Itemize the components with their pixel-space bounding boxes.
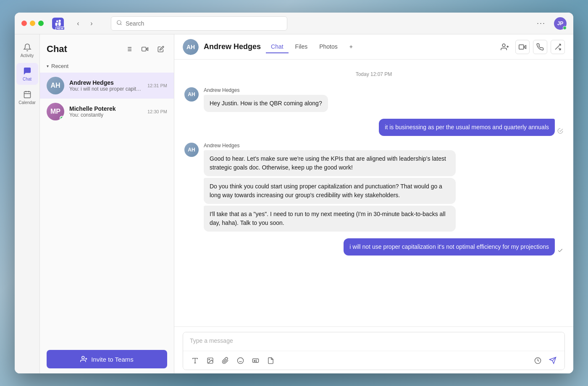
andrew-hedges-name: Andrew Hedges [69, 79, 142, 86]
msg4-status-icon [557, 248, 563, 255]
video-call-header-button[interactable] [515, 40, 530, 54]
chat-item-michelle-poterek[interactable]: MP Michelle Poterek You: constantly 12:3… [40, 99, 174, 125]
insert-image-button[interactable] [203, 354, 217, 367]
activity-label: Activity [21, 53, 34, 58]
emoji-button[interactable] [234, 354, 247, 367]
bell-icon [23, 43, 32, 52]
date-divider: Today 12:07 PM [184, 68, 563, 81]
tab-add[interactable]: + [344, 41, 358, 53]
message-content-1: Andrew Hedges Hey Justin. How is the QBR… [204, 87, 328, 112]
svg-marker-19 [524, 45, 526, 49]
message-row-4: i will not use proper capitalization it'… [184, 238, 563, 256]
message-row-2: it is businessing as per the usual memos… [184, 119, 563, 136]
message-bubble-2: it is businessing as per the usual memos… [379, 119, 555, 136]
chat-header: AH Andrew Hedges Chat Files Photos + [174, 34, 573, 60]
message-sender-3: Andrew Hedges [204, 143, 456, 149]
invite-to-teams-label: Invite to Teams [91, 356, 134, 363]
share-screen-button[interactable] [551, 40, 565, 54]
main-content: Activity Chat [15, 34, 573, 373]
sticker-button[interactable] [264, 354, 277, 367]
sidebar-item-calendar[interactable]: Calendar [16, 86, 38, 108]
app-window: NEW ‹ › ··· JP [15, 13, 573, 373]
andrew-hedges-time: 12:31 PM [147, 83, 167, 88]
svg-rect-12 [142, 47, 146, 51]
svg-point-16 [502, 44, 505, 47]
michelle-poterek-name: Michelle Poterek [69, 105, 142, 112]
add-people-button[interactable] [498, 40, 512, 54]
chat-item-andrew-hedges[interactable]: AH Andrew Hedges You: i will not use pro… [40, 73, 174, 99]
svg-point-26 [208, 359, 209, 360]
recent-section-label[interactable]: ▾ Recent [40, 60, 174, 73]
send-button[interactable] [546, 354, 559, 367]
recent-label-text: Recent [51, 63, 68, 69]
chat-icon [23, 66, 32, 76]
chat-header-right [498, 40, 565, 54]
input-area [174, 326, 573, 373]
title-bar: NEW ‹ › ··· JP [15, 13, 573, 34]
audio-call-button[interactable] [533, 40, 547, 54]
michelle-poterek-preview: You: constantly [69, 112, 142, 118]
michelle-poterek-info: Michelle Poterek You: constantly [69, 105, 142, 118]
michelle-poterek-avatar: MP [47, 103, 64, 120]
sent-wrapper-2: it is businessing as per the usual memos… [379, 119, 563, 136]
chat-list-header: Chat [40, 34, 174, 60]
multi-bubble-group-3: Good to hear. Let's make sure we're usin… [204, 150, 456, 232]
messages-area: Today 12:07 PM AH Andrew Hedges Hey Just… [174, 60, 573, 326]
user-status-dot [563, 26, 567, 30]
message-content-4: i will not use proper capitalization it'… [344, 238, 563, 256]
forward-button[interactable]: › [86, 18, 97, 29]
more-options-button[interactable]: ··· [533, 17, 549, 29]
chat-list-actions [123, 43, 167, 55]
chat-header-info: Andrew Hedges Chat Files Photos + [204, 41, 358, 53]
new-chat-button[interactable] [155, 43, 167, 55]
msg-avatar-andrew-3: AH [184, 143, 199, 157]
teams-logo: NEW [52, 18, 64, 29]
format-text-button[interactable] [188, 354, 202, 367]
back-button[interactable]: ‹ [72, 18, 84, 29]
msg2-status-icon [557, 128, 563, 135]
andrew-hedges-preview: You: i will not use proper capitali... [69, 86, 142, 92]
chat-list-panel: Chat [40, 34, 174, 373]
message-bubble-4: i will not use proper capitalization it'… [344, 238, 555, 256]
minimize-button[interactable] [30, 21, 35, 26]
search-input[interactable] [126, 20, 282, 27]
close-button[interactable] [21, 21, 27, 26]
contact-name: Andrew Hedges [204, 42, 261, 51]
svg-point-13 [82, 356, 84, 359]
tab-files[interactable]: Files [290, 41, 313, 53]
message-input[interactable] [183, 332, 564, 349]
gif-button[interactable] [249, 354, 262, 367]
nav-arrows: ‹ › [72, 18, 97, 29]
message-bubble-1: Hey Justin. How is the QBR coming along? [204, 95, 328, 112]
sidebar-item-activity[interactable]: Activity [16, 39, 38, 61]
recent-arrow-icon: ▾ [47, 64, 49, 68]
input-toolbar [183, 351, 564, 370]
teams-new-badge: NEW [55, 26, 65, 30]
tab-photos[interactable]: Photos [314, 41, 343, 53]
svg-rect-20 [519, 44, 524, 49]
title-bar-right: ··· JP [533, 17, 567, 30]
sent-wrapper-4: i will not use proper capitalization it'… [344, 238, 563, 256]
attach-file-button[interactable] [218, 354, 232, 367]
message-content-2: it is businessing as per the usual memos… [379, 119, 563, 136]
andrew-hedges-info: Andrew Hedges You: i will not use proper… [69, 79, 142, 92]
search-bar [111, 16, 287, 31]
tab-chat[interactable]: Chat [266, 41, 289, 53]
message-bubble-3a: Good to hear. Let's make sure we're usin… [204, 150, 456, 176]
message-input-box [183, 332, 565, 370]
michelle-poterek-time: 12:30 PM [147, 109, 167, 114]
andrew-hedges-avatar: AH [47, 77, 64, 94]
calendar-label: Calendar [18, 100, 36, 105]
chat-list-title: Chat [47, 44, 67, 55]
user-avatar[interactable]: JP [554, 17, 567, 30]
svg-point-0 [117, 21, 121, 24]
schedule-message-button[interactable] [531, 354, 544, 367]
message-bubble-3b: Do you think you could start using prope… [204, 178, 456, 204]
sidebar-item-chat[interactable]: Chat [16, 63, 38, 85]
message-content-3: Andrew Hedges Good to hear. Let's make s… [204, 143, 456, 232]
traffic-lights [21, 21, 44, 26]
video-call-button[interactable] [139, 43, 151, 55]
filter-button[interactable] [123, 43, 135, 55]
maximize-button[interactable] [38, 21, 44, 26]
invite-to-teams-button[interactable]: Invite to Teams [47, 350, 167, 368]
